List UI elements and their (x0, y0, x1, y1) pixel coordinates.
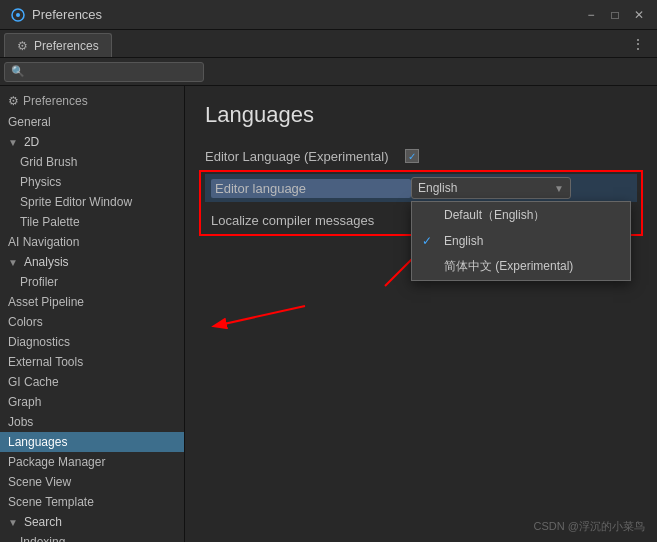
editor-language-experimental-label: Editor Language (Experimental) (205, 149, 405, 164)
search-input[interactable] (29, 65, 197, 79)
sidebar-item-ai-navigation[interactable]: AI Navigation (0, 232, 184, 252)
dropdown-option-chinese-label: 简体中文 (Experimental) (444, 258, 573, 275)
sidebar-item-jobs[interactable]: Jobs (0, 412, 184, 432)
preferences-tab[interactable]: ⚙ Preferences (4, 33, 112, 57)
content-area: Languages Editor Language (Experimental)… (185, 86, 657, 542)
sidebar-item-package-manager[interactable]: Package Manager (0, 452, 184, 472)
check-chinese-icon (422, 260, 436, 274)
collapse-2d-icon: ▼ (8, 137, 18, 148)
sidebar-item-scene-view[interactable]: Scene View (0, 472, 184, 492)
collapse-analysis-icon: ▼ (8, 257, 18, 268)
sidebar-item-sprite-editor[interactable]: Sprite Editor Window (0, 192, 184, 212)
dropdown-option-chinese[interactable]: 简体中文 (Experimental) (412, 253, 630, 280)
editor-language-label: Editor language (211, 179, 411, 198)
minimize-button[interactable]: − (583, 7, 599, 23)
sidebar-item-physics[interactable]: Physics (0, 172, 184, 192)
tab-gear-icon: ⚙ (17, 39, 28, 53)
title-bar: Preferences − □ ✕ (0, 0, 657, 30)
app-icon (10, 7, 26, 23)
dropdown-option-english-label: English (444, 234, 483, 248)
search-wrapper: 🔍 (4, 62, 204, 82)
close-button[interactable]: ✕ (631, 7, 647, 23)
sidebar-analysis-label: Analysis (24, 255, 69, 269)
tab-menu-button[interactable]: ⋮ (623, 30, 653, 57)
editor-language-experimental-value: ✓ (405, 149, 419, 163)
sidebar-item-scene-template[interactable]: Scene Template (0, 492, 184, 512)
editor-language-row: Editor language English ▼ Default（Englis… (205, 174, 637, 202)
sidebar-item-profiler[interactable]: Profiler (0, 272, 184, 292)
sidebar-item-general[interactable]: General (0, 112, 184, 132)
dropdown-arrow-icon: ▼ (554, 183, 564, 194)
dropdown-option-english[interactable]: ✓ English (412, 229, 630, 253)
sidebar-item-2d[interactable]: ▼ 2D (0, 132, 184, 152)
dropdown-selected-value: English (418, 181, 457, 195)
sidebar-item-diagnostics[interactable]: Diagnostics (0, 332, 184, 352)
sidebar-item-analysis[interactable]: ▼ Analysis (0, 252, 184, 272)
sidebar-item-gi-cache[interactable]: GI Cache (0, 372, 184, 392)
search-icon: 🔍 (11, 65, 25, 78)
maximize-button[interactable]: □ (607, 7, 623, 23)
sidebar-item-grid-brush[interactable]: Grid Brush (0, 152, 184, 172)
content-title: Languages (205, 102, 637, 128)
svg-line-3 (215, 306, 305, 326)
editor-language-dropdown-container: English ▼ Default（English） ✓ English (411, 177, 571, 199)
sidebar: ⚙ Preferences General ▼ 2D Grid Brush Ph… (0, 86, 185, 542)
window-controls: − □ ✕ (583, 7, 647, 23)
collapse-search-icon: ▼ (8, 517, 18, 528)
sidebar-search-label: Search (24, 515, 62, 529)
svg-point-1 (16, 13, 20, 17)
dropdown-option-default-label: Default（English） (444, 207, 545, 224)
sidebar-header-label: Preferences (23, 94, 88, 108)
sidebar-item-search[interactable]: ▼ Search (0, 512, 184, 532)
editor-language-experimental-row: Editor Language (Experimental) ✓ (205, 144, 637, 168)
tab-bar: ⚙ Preferences ⋮ (0, 30, 657, 58)
sidebar-header: ⚙ Preferences (0, 90, 184, 112)
dropdown-menu: Default（English） ✓ English 简体中文 (Experim… (411, 201, 631, 281)
sidebar-item-indexing[interactable]: Indexing (0, 532, 184, 542)
localize-compiler-label: Localize compiler messages (211, 213, 411, 228)
tab-label: Preferences (34, 39, 99, 53)
check-english-icon: ✓ (422, 234, 436, 248)
check-default-icon (422, 209, 436, 223)
dropdown-option-default[interactable]: Default（English） (412, 202, 630, 229)
editor-language-dropdown[interactable]: English ▼ (411, 177, 571, 199)
sidebar-item-languages[interactable]: Languages (0, 432, 184, 452)
sidebar-2d-label: 2D (24, 135, 39, 149)
sidebar-item-graph[interactable]: Graph (0, 392, 184, 412)
search-bar: 🔍 (0, 58, 657, 86)
editor-language-experimental-checkbox[interactable]: ✓ (405, 149, 419, 163)
sidebar-gear-icon: ⚙ (8, 94, 19, 108)
sidebar-item-tile-palette[interactable]: Tile Palette (0, 212, 184, 232)
main-layout: ⚙ Preferences General ▼ 2D Grid Brush Ph… (0, 86, 657, 542)
sidebar-item-external-tools[interactable]: External Tools (0, 352, 184, 372)
window-title: Preferences (32, 7, 583, 22)
watermark: CSDN @浮沉的小菜鸟 (534, 519, 645, 534)
sidebar-item-asset-pipeline[interactable]: Asset Pipeline (0, 292, 184, 312)
sidebar-item-colors[interactable]: Colors (0, 312, 184, 332)
